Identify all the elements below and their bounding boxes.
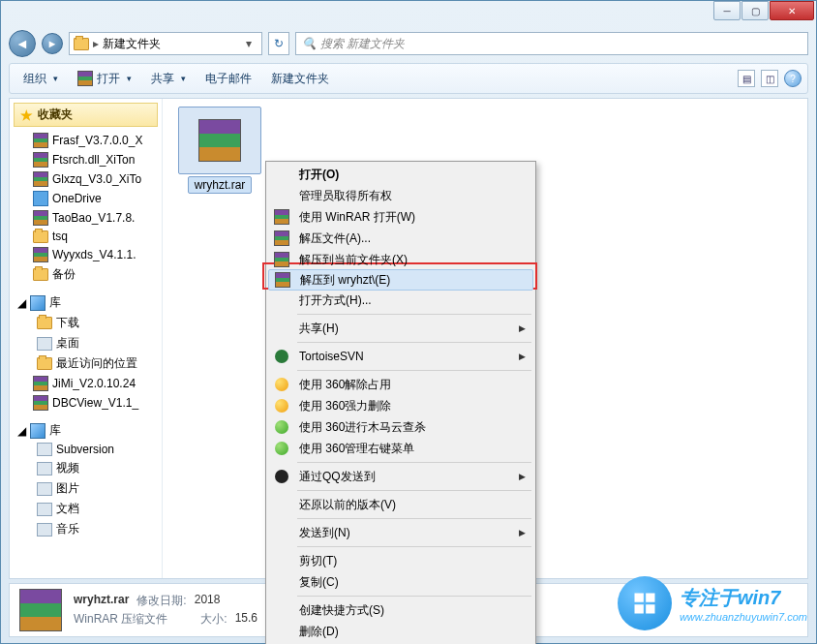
context-menu-item[interactable]: 使用 360进行木马云查杀 [268,416,533,438]
blank-icon [274,525,289,540]
toolbar: 组织 打开 共享 电子邮件 新建文件夹 ▤ ◫ ? [9,63,808,94]
context-menu-item[interactable]: 使用 WinRAR 打开(W) [268,206,533,228]
sidebar-item[interactable]: TaoBao_V1.7.8. [10,208,162,228]
context-menu-label: 解压文件(A)... [299,230,371,247]
preview-pane-button[interactable]: ◫ [761,70,778,87]
sidebar-item[interactable]: 视频 [10,458,162,478]
details-size: 15.6 [235,611,257,628]
sidebar-item[interactable]: DBCView_V1.1_ [10,393,162,413]
maximize-button[interactable]: ▢ [741,1,769,20]
star-icon: ★ [20,107,33,123]
menu-separator [297,342,531,343]
sidebar-item[interactable]: Wyyxds_V4.1.1. [10,245,162,264]
context-menu-item[interactable]: 通过QQ发送到 [268,466,533,487]
folder-icon [37,317,52,329]
email-button[interactable]: 电子邮件 [197,68,259,90]
close-button[interactable]: ✕ [770,1,814,20]
context-menu-item[interactable]: 打开方式(H)... [268,290,533,311]
context-menu-label: TortoiseSVN [299,350,364,363]
nav-forward-button[interactable]: ► [42,33,63,54]
organize-button[interactable]: 组织 [15,68,66,90]
sidebar-item[interactable]: 备份 [10,264,162,285]
libraries-header-2[interactable]: ◢ 库 [10,420,162,441]
menu-separator [297,370,531,371]
context-menu-item[interactable]: 解压文件(A)... [268,228,533,249]
context-menu-label: 解压到当前文件夹(X) [299,252,408,268]
context-menu-label: 解压到 wryhzt\(E) [300,272,390,289]
context-menu-item[interactable]: 使用 360解除占用 [268,374,533,395]
sidebar-item[interactable]: Glxzq_V3.0_XiTo [10,169,162,189]
context-menu-item[interactable]: 剪切(T) [268,550,533,571]
search-icon: 🔍 [302,37,317,50]
rar-icon [33,152,48,168]
rar-icon [33,171,48,187]
context-menu-label: 打开方式(H)... [299,292,372,309]
context-menu-item[interactable]: 解压到 wryhzt\(E) [268,269,533,291]
blank-icon [274,321,289,336]
sidebar-item[interactable]: 文档 [10,499,162,519]
sidebar-item[interactable]: JiMi_V2.0.10.24 [10,374,162,393]
favorites-header[interactable]: ★ 收藏夹 [14,103,158,127]
minimize-button[interactable]: ─ [713,1,741,20]
open-button[interactable]: 打开 [70,68,139,90]
context-menu-item[interactable]: 管理员取得所有权 [268,185,533,206]
360-icon [274,377,289,392]
picture-icon [37,482,52,496]
context-menu-item[interactable]: 打开(O) [268,164,533,185]
context-menu-item[interactable]: 发送到(N) [268,522,533,543]
context-menu-item[interactable]: TortoiseSVN [268,346,533,367]
context-menu: 打开(O)管理员取得所有权使用 WinRAR 打开(W)解压文件(A)...解压… [265,161,536,644]
sidebar-item[interactable]: OneDrive [10,189,162,208]
doc-icon [37,443,52,456]
watermark: 专注于win7 www.zhuanzhuyuwin7.com [618,576,807,630]
blank-icon [274,167,289,182]
360-icon [274,441,289,456]
sidebar-item[interactable]: 图片 [10,478,162,499]
blank-icon [274,574,289,590]
sidebar-item[interactable]: Ftsrch.dll_XiTon [10,150,162,169]
rar-icon [33,395,48,411]
context-menu-label: 复制(C) [299,574,339,591]
rar-icon [274,230,289,246]
sidebar-item[interactable]: 最近访问的位置 [10,353,162,374]
rar-icon [33,247,48,262]
details-date-label: 修改日期: [136,593,186,609]
sidebar-item[interactable]: 下载 [10,313,162,333]
help-button[interactable]: ? [784,70,802,87]
file-label: wryhzt.rar [188,176,253,194]
context-menu-item[interactable]: 使用 360管理右键菜单 [268,438,533,459]
context-menu-label: 共享(H) [299,321,339,337]
refresh-button[interactable]: ↻ [268,32,289,55]
rar-icon [274,209,289,225]
menu-separator [297,596,531,597]
context-menu-item[interactable]: 解压到当前文件夹(X) [268,249,533,270]
context-menu-label: 还原以前的版本(V) [299,497,396,513]
nav-back-button[interactable]: ◄ [9,30,36,57]
rar-icon [19,589,62,631]
share-button[interactable]: 共享 [143,68,194,90]
title-bar: ─ ▢ ✕ [1,1,816,28]
qq-icon [274,469,289,484]
context-menu-item[interactable]: 共享(H) [268,318,533,339]
file-item[interactable]: wryhzt.rar [176,107,263,194]
libraries-header[interactable]: ◢ 库 [10,292,162,313]
blank-icon [274,553,289,568]
context-menu-item[interactable]: 还原以前的版本(V) [268,494,533,515]
rar-icon [33,376,48,391]
library-icon [30,295,45,311]
new-folder-button[interactable]: 新建文件夹 [263,68,337,90]
sidebar-item[interactable]: 桌面 [10,333,162,353]
address-drop-icon[interactable]: ▾ [240,37,257,50]
view-options-button[interactable]: ▤ [738,70,755,87]
context-menu-item[interactable]: 创建快捷方式(S) [268,599,533,621]
search-input[interactable]: 🔍 搜索 新建文件夹 [295,32,808,55]
address-bar[interactable]: ▸ 新建文件夹 ▾ [69,32,262,55]
sidebar-item[interactable]: 音乐 [10,519,162,539]
sidebar-item[interactable]: tsq [10,228,162,245]
sidebar-item[interactable]: Subversion [10,441,162,458]
menu-separator [297,462,531,463]
context-menu-item[interactable]: 使用 360强力删除 [268,395,533,416]
context-menu-item[interactable]: 删除(D) [268,621,533,642]
sidebar-item[interactable]: Frasf_V3.7.0.0_X [10,131,162,150]
context-menu-item[interactable]: 复制(C) [268,571,533,593]
